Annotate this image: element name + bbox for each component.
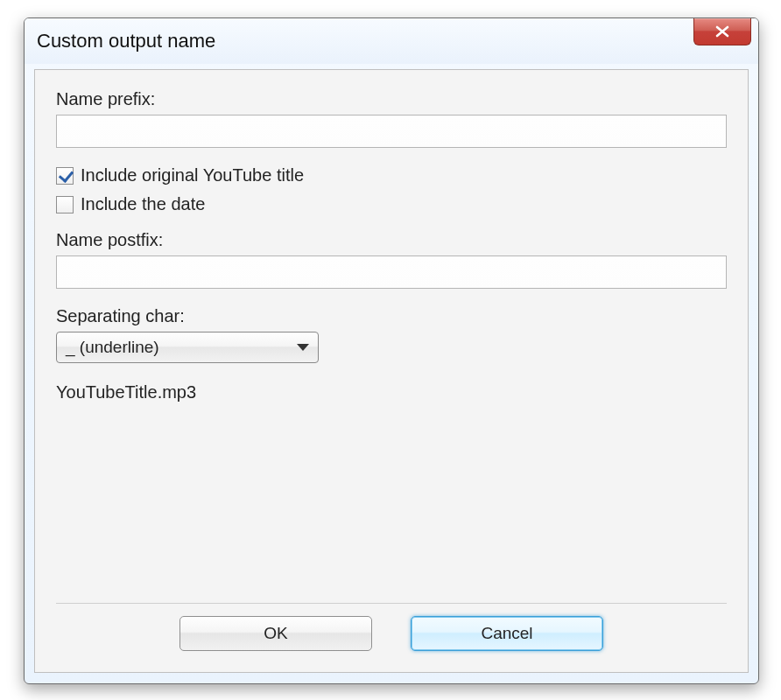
name-prefix-label: Name prefix: — [56, 89, 727, 109]
separator — [56, 603, 727, 604]
separating-char-label: Separating char: — [56, 306, 727, 326]
separating-char-value: _ (underline) — [66, 338, 297, 357]
include-date-checkbox[interactable] — [56, 196, 74, 214]
close-button[interactable] — [693, 18, 751, 46]
button-row: OK Cancel — [56, 616, 727, 658]
name-postfix-input[interactable] — [56, 256, 727, 289]
name-postfix-label: Name postfix: — [56, 230, 727, 250]
include-title-row[interactable]: Include original YouTube title — [56, 165, 727, 186]
dialog-body: Name prefix: Include original YouTube ti… — [34, 69, 749, 673]
output-preview: YouTubeTitle.mp3 — [56, 382, 727, 402]
title-bar: Custom output name — [25, 18, 758, 64]
name-prefix-input[interactable] — [56, 115, 727, 148]
separating-char-select[interactable]: _ (underline) — [56, 332, 319, 363]
chevron-down-icon — [297, 344, 309, 351]
dialog-window: Custom output name Name prefix: Include … — [24, 18, 759, 684]
ok-button[interactable]: OK — [179, 616, 372, 651]
include-title-label: Include original YouTube title — [81, 165, 304, 186]
include-date-row[interactable]: Include the date — [56, 194, 727, 214]
cancel-button[interactable]: Cancel — [411, 616, 603, 651]
close-icon — [714, 25, 730, 38]
window-title: Custom output name — [37, 30, 215, 52]
include-title-checkbox[interactable] — [56, 167, 74, 185]
include-date-label: Include the date — [81, 194, 205, 214]
